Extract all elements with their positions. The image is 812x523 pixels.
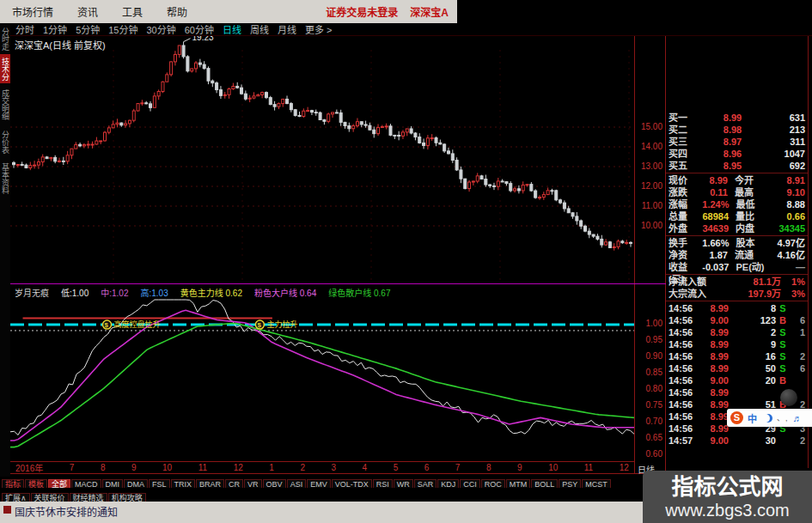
ind-tab-PSY[interactable]: PSY xyxy=(559,479,581,488)
bid-row[interactable]: 买四8.961047 xyxy=(666,148,808,160)
ind-tab-DMI[interactable]: DMI xyxy=(102,479,124,488)
tick-volume: 30 xyxy=(729,435,776,447)
period-更多 >[interactable]: 更多 > xyxy=(305,22,332,36)
tick-row[interactable]: 14:569.0020B xyxy=(666,374,808,386)
svg-text:高度控盘拉升: 高度控盘拉升 xyxy=(114,319,161,329)
ind-tab-SAR[interactable]: SAR xyxy=(414,479,437,488)
side-tab-分时走势[interactable]: 分时走势 xyxy=(0,26,10,52)
ind-tab-FSL[interactable]: FSL xyxy=(149,479,170,488)
bid-label: 买二 xyxy=(669,124,698,136)
side-tab-基本资料[interactable]: 基本资料 xyxy=(0,159,10,198)
tick-volume: 16 xyxy=(729,350,776,362)
ind-ytick: 0.65 xyxy=(635,434,662,442)
xtick: 11 xyxy=(584,463,593,472)
bid-label: 买三 xyxy=(669,136,698,148)
ind-ytick: 0.80 xyxy=(635,385,662,393)
ime-lang-icon[interactable]: 中 xyxy=(748,411,757,425)
bid-label: 买一 xyxy=(669,112,698,124)
bid-row[interactable]: 买三8.97311 xyxy=(666,136,808,148)
ind-tab-ASI[interactable]: ASI xyxy=(287,479,307,488)
stat-value: -0.037 xyxy=(702,261,729,273)
ind-tab-VR[interactable]: VR xyxy=(244,479,262,488)
ime-floating-ball[interactable] xyxy=(780,389,797,406)
bid-volume: 311 xyxy=(767,136,805,148)
ind-tab-WR[interactable]: WR xyxy=(394,479,413,488)
xtick: 2016年 xyxy=(15,461,43,474)
ind-tab-全部[interactable]: 全部 xyxy=(48,479,70,488)
period-15分钟[interactable]: 15分钟 xyxy=(108,22,137,36)
tick-row[interactable]: 14:569.00123B6 xyxy=(666,314,808,326)
xtick: 9 xyxy=(517,463,522,472)
login-status[interactable]: 证券交易未登录 xyxy=(326,4,398,19)
side-tab-技术分析[interactable]: 技术分析 xyxy=(0,54,10,83)
ime-toolbar[interactable]: S 中 、, ♬ xyxy=(727,409,812,427)
tick-row[interactable]: 14:568.999S xyxy=(666,338,808,350)
tick-count: 2 xyxy=(790,435,805,447)
ind-tab-指标[interactable]: 指标 xyxy=(2,479,24,488)
tick-row[interactable]: 14:568.998S xyxy=(666,302,808,314)
ind-tab-TRIX[interactable]: TRIX xyxy=(171,479,196,488)
ime-fullhalf-moon-icon[interactable] xyxy=(761,414,770,423)
tick-count: 6 xyxy=(790,362,805,374)
period-5分钟[interactable]: 5分钟 xyxy=(76,22,100,36)
svg-text:19.23: 19.23 xyxy=(192,36,214,42)
xtick: 5 xyxy=(394,463,399,472)
period-月线[interactable]: 月线 xyxy=(278,22,296,36)
separator xyxy=(666,301,808,301)
tick-time: 14:56 xyxy=(669,386,699,398)
tick-row[interactable]: 14:568.9950S6 xyxy=(666,362,808,374)
tick-row[interactable]: 14:568.9916S2 xyxy=(666,350,808,362)
stat-label: 股本 xyxy=(736,237,771,249)
ind-tab-ROC[interactable]: ROC xyxy=(481,479,505,488)
ind-tab-CR[interactable]: CR xyxy=(225,479,243,488)
ind-tab-BOLL[interactable]: BOLL xyxy=(531,479,558,488)
period-30分钟[interactable]: 30分钟 xyxy=(147,22,176,36)
tick-side: S xyxy=(776,302,790,314)
main-chart[interactable]: 深深宝A(日线 前复权) 19.23 xyxy=(10,36,634,283)
site-watermark: 指标公式网 www.zbgs3.com xyxy=(643,471,812,523)
period-周线[interactable]: 周线 xyxy=(250,22,269,36)
menu-market[interactable]: 市场行情 xyxy=(0,4,65,19)
indicator-panel[interactable]: 岁月无痕 低:1.00 中:1.02 高:1.03 黄色主力线 0.62 粉色大… xyxy=(10,284,634,461)
flow-label: 净流入额 xyxy=(669,276,720,288)
ind-tab-VOL-TDX[interactable]: VOL-TDX xyxy=(332,479,372,488)
main-ytick: 12.00 xyxy=(635,182,662,191)
ind-tab-模板[interactable]: 模板 xyxy=(25,479,47,488)
ime-mic-icon[interactable]: ♬ xyxy=(793,413,803,423)
ind-tab-OBV[interactable]: OBV xyxy=(263,479,286,488)
menu-news[interactable]: 资讯 xyxy=(65,4,110,19)
ind-tab-EMV[interactable]: EMV xyxy=(307,479,331,488)
ind-tab-BRAR[interactable]: BRAR xyxy=(196,479,224,488)
ind-tab-CCI[interactable]: CCI xyxy=(460,479,480,488)
menu-bar: 市场行情 资讯 工具 帮助 证券交易未登录 深深宝A xyxy=(0,0,457,23)
time-axis: 2016年789101112123456789101112 xyxy=(10,462,634,473)
bid-row[interactable]: 买五8.95692 xyxy=(666,160,808,172)
ind-tab-MCST[interactable]: MCST xyxy=(582,479,611,488)
tick-row[interactable]: 14:579.00302 xyxy=(666,435,808,447)
sogou-logo-icon[interactable]: S xyxy=(730,411,743,424)
side-tab-分价表[interactable]: 分价表 xyxy=(0,126,10,157)
period-日线[interactable]: 日线 xyxy=(223,22,241,36)
ind-tab-MACD[interactable]: MACD xyxy=(71,479,101,488)
menu-tools[interactable]: 工具 xyxy=(110,4,155,19)
period-60分钟[interactable]: 60分钟 xyxy=(185,22,214,36)
tick-price: 8.99 xyxy=(699,423,729,435)
bid-row[interactable]: 买二8.98213 xyxy=(666,124,808,136)
ind-tab-RSI[interactable]: RSI xyxy=(373,479,393,488)
ind-tab-KDJ[interactable]: KDJ xyxy=(437,479,459,488)
bid-price: 8.95 xyxy=(698,160,767,172)
status-notice-link[interactable]: 国庆节休市安排的通知 xyxy=(15,504,118,519)
side-tab-strip: 分时走势技术分析成交明细分价表基本资料 xyxy=(0,23,10,477)
bid-row[interactable]: 买一8.99631 xyxy=(666,112,808,124)
xtick: 3 xyxy=(331,463,336,472)
main-ytick: 13.00 xyxy=(635,162,662,171)
ind-tab-MTM[interactable]: MTM xyxy=(506,479,531,488)
tick-row[interactable]: 14:568.992S1 xyxy=(666,326,808,338)
period-分时[interactable]: 分时 xyxy=(15,22,34,36)
ime-punct-icon[interactable]: 、, xyxy=(777,412,789,423)
menu-help[interactable]: 帮助 xyxy=(155,4,199,19)
side-tab-成交明细[interactable]: 成交明细 xyxy=(0,85,10,125)
period-1分钟[interactable]: 1分钟 xyxy=(43,22,67,36)
ind-tab-DMA[interactable]: DMA xyxy=(124,479,148,488)
bid-price: 8.98 xyxy=(698,124,767,136)
